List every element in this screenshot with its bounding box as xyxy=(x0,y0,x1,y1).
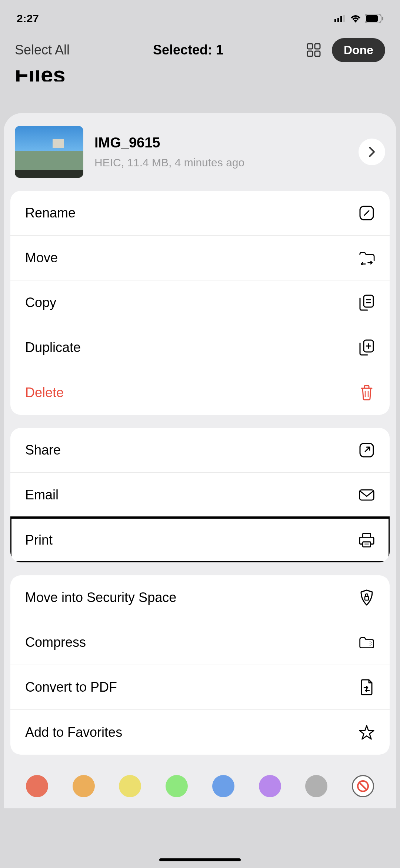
email-action[interactable]: Email xyxy=(10,473,390,518)
file-thumbnail[interactable] xyxy=(15,126,83,178)
printer-icon xyxy=(359,532,375,548)
action-label: Duplicate xyxy=(25,340,81,355)
file-meta: HEIC, 11.4 MB, 4 minutes ago xyxy=(94,156,347,169)
action-group-3: Move into Security Space Compress Conver… xyxy=(10,575,390,755)
battery-icon xyxy=(365,14,383,23)
file-info: IMG_9615 HEIC, 11.4 MB, 4 minutes ago xyxy=(94,135,347,169)
action-group-2: Share Email Print xyxy=(10,428,390,562)
duplicate-action[interactable]: Duplicate xyxy=(10,325,390,370)
svg-rect-7 xyxy=(307,44,313,49)
svg-rect-21 xyxy=(360,490,374,500)
doc-plus-icon xyxy=(359,339,375,356)
status-icons xyxy=(334,14,383,23)
folder-arrow-icon xyxy=(359,250,375,266)
color-tag-yellow[interactable] xyxy=(119,775,141,797)
archive-icon xyxy=(359,634,375,651)
action-label: Delete xyxy=(25,385,64,400)
svg-rect-9 xyxy=(307,51,313,56)
action-sheet: IMG_9615 HEIC, 11.4 MB, 4 minutes ago Re… xyxy=(4,113,396,808)
doc-convert-icon xyxy=(359,679,375,695)
no-tag-icon xyxy=(357,780,369,792)
grid-view-icon[interactable] xyxy=(307,43,321,57)
svg-rect-10 xyxy=(315,51,320,56)
action-label: Print xyxy=(25,532,53,548)
done-button[interactable]: Done xyxy=(332,38,385,62)
action-label: Copy xyxy=(25,295,56,310)
svg-rect-3 xyxy=(343,15,345,22)
svg-rect-22 xyxy=(363,542,370,546)
svg-rect-5 xyxy=(366,15,378,22)
envelope-icon xyxy=(359,487,375,503)
status-bar: 2:27 xyxy=(0,0,400,30)
svg-rect-6 xyxy=(382,17,383,20)
wifi-icon xyxy=(350,14,361,23)
file-header: IMG_9615 HEIC, 11.4 MB, 4 minutes ago xyxy=(4,113,396,191)
compress-action[interactable]: Compress xyxy=(10,620,390,665)
star-icon xyxy=(359,724,375,741)
doc-on-doc-icon xyxy=(359,295,375,311)
color-tag-blue[interactable] xyxy=(212,775,234,797)
color-tag-green[interactable] xyxy=(166,775,188,797)
color-tag-red[interactable] xyxy=(26,775,48,797)
svg-rect-24 xyxy=(365,596,369,600)
svg-rect-12 xyxy=(364,295,373,307)
action-label: Compress xyxy=(25,635,86,650)
lock-shield-icon xyxy=(359,589,375,606)
trash-icon xyxy=(359,385,375,401)
action-label: Convert to PDF xyxy=(25,679,117,695)
pencil-square-icon xyxy=(359,205,375,221)
color-tag-gray[interactable] xyxy=(305,775,327,797)
copy-action[interactable]: Copy xyxy=(10,280,390,325)
svg-rect-1 xyxy=(337,18,339,22)
svg-line-31 xyxy=(360,783,366,789)
move-action[interactable]: Move xyxy=(10,236,390,280)
home-indicator[interactable] xyxy=(159,858,241,861)
share-action[interactable]: Share xyxy=(10,428,390,473)
action-label: Rename xyxy=(25,205,76,221)
svg-rect-8 xyxy=(315,44,320,49)
print-action[interactable]: Print xyxy=(10,518,390,562)
action-label: Share xyxy=(25,442,61,458)
status-time: 2:27 xyxy=(17,12,39,25)
convert-pdf-action[interactable]: Convert to PDF xyxy=(10,665,390,710)
delete-action[interactable]: Delete xyxy=(10,370,390,415)
nav-bar: Select All Selected: 1 Done xyxy=(0,30,400,70)
file-detail-button[interactable] xyxy=(359,139,385,165)
security-space-action[interactable]: Move into Security Space xyxy=(10,575,390,620)
color-tag-purple[interactable] xyxy=(259,775,281,797)
select-all-button[interactable]: Select All xyxy=(15,42,70,58)
svg-rect-0 xyxy=(334,19,336,22)
favorites-action[interactable]: Add to Favorites xyxy=(10,710,390,755)
action-label: Email xyxy=(25,487,59,503)
selected-count: Selected: 1 xyxy=(153,42,223,58)
color-tag-row xyxy=(4,768,396,797)
action-label: Move into Security Space xyxy=(25,590,176,605)
page-title: Files xyxy=(0,70,400,82)
action-label: Add to Favorites xyxy=(25,725,122,740)
action-group-1: Rename Move Copy Duplicate Delete xyxy=(10,191,390,415)
chevron-right-icon xyxy=(369,146,375,157)
share-arrow-icon xyxy=(359,442,375,458)
cellular-icon xyxy=(334,15,346,22)
color-tag-orange[interactable] xyxy=(73,775,95,797)
file-name: IMG_9615 xyxy=(94,135,347,151)
rename-action[interactable]: Rename xyxy=(10,191,390,236)
color-tag-none[interactable] xyxy=(352,775,374,797)
svg-rect-2 xyxy=(340,16,342,22)
action-label: Move xyxy=(25,250,58,266)
